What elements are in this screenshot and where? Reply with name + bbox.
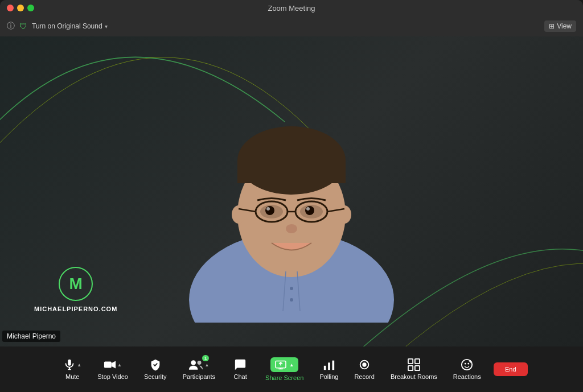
svg-point-18 (286, 224, 297, 233)
bottom-toolbar: ▲ Mute ▲ Stop Video Security (0, 346, 583, 392)
svg-point-21 (290, 287, 293, 290)
security-button[interactable]: Security (136, 355, 175, 383)
breakout-rooms-icon (408, 358, 420, 371)
svg-rect-26 (104, 362, 112, 368)
svg-point-9 (265, 206, 274, 215)
svg-point-5 (232, 205, 245, 224)
branding-overlay: M MICHAELPIPERNO.COM (34, 267, 117, 312)
toolbar-right: ⊞ View (544, 20, 576, 32)
grid-icon: ⊞ (549, 22, 555, 30)
mute-button[interactable]: ▲ Mute (55, 355, 89, 383)
close-button[interactable] (7, 5, 14, 11)
svg-rect-39 (415, 366, 420, 370)
mute-icon-row: ▲ (63, 358, 81, 371)
svg-point-28 (191, 360, 196, 365)
svg-point-29 (198, 361, 202, 365)
window-title: Zoom Meeting (268, 4, 315, 13)
minimize-button[interactable] (17, 5, 24, 11)
svg-point-22 (290, 298, 293, 302)
info-icon[interactable]: ⓘ (7, 21, 15, 31)
breakout-icon-row (408, 358, 420, 371)
record-dot-icon (358, 358, 371, 371)
video-background: M MICHAELPIPERNO.COM Michael Piperno (0, 36, 583, 346)
breakout-rooms-button[interactable]: Breakout Rooms (383, 355, 445, 383)
chat-label: Chat (233, 373, 247, 380)
view-label: View (557, 22, 572, 30)
view-button[interactable]: ⊞ View (544, 20, 576, 32)
participant-name: Michael Piperno (7, 332, 56, 340)
svg-point-6 (338, 205, 351, 224)
person-silhouette (178, 61, 405, 323)
brand-logo-circle: M (59, 267, 93, 301)
emoji-icon (461, 358, 473, 371)
svg-rect-4 (237, 160, 346, 183)
svg-rect-38 (408, 366, 413, 370)
brand-letter: M (69, 275, 83, 293)
svg-rect-36 (408, 359, 413, 364)
participants-icon-row: 1 ▲ (188, 358, 209, 371)
share-screen-label: Share Screen (265, 374, 303, 381)
participants-label: Participants (183, 373, 215, 380)
toolbar-left: ⓘ 🛡 Turn on Original Sound ▾ (7, 21, 108, 31)
mute-chevron-icon[interactable]: ▲ (77, 362, 81, 368)
svg-point-13 (305, 206, 314, 215)
svg-point-14 (306, 207, 310, 211)
polling-chart-icon (323, 358, 335, 371)
share-screen-button[interactable]: ▲ Share Screen (257, 354, 311, 385)
share-screen-active-bg: ▲ (270, 357, 298, 372)
security-shield-icon (149, 358, 162, 371)
share-chevron-icon[interactable]: ▲ (289, 362, 294, 368)
traffic-lights[interactable] (7, 5, 34, 11)
microphone-icon (63, 358, 76, 371)
shield-verified-icon: 🛡 (19, 22, 27, 31)
reactions-icon-row (461, 358, 473, 371)
end-button[interactable]: End (494, 362, 528, 376)
svg-rect-37 (415, 359, 420, 364)
svg-rect-31 (324, 366, 326, 370)
breakout-rooms-label: Breakout Rooms (391, 373, 437, 380)
maximize-button[interactable] (27, 5, 34, 11)
participants-button[interactable]: 1 ▲ Participants (175, 355, 223, 383)
video-area: M MICHAELPIPERNO.COM Michael Piperno (0, 36, 583, 346)
participants-icon: 1 (188, 358, 203, 371)
polling-icon-row (323, 358, 335, 371)
stop-video-label: Stop Video (97, 373, 128, 380)
reactions-button[interactable]: Reactions (445, 355, 489, 383)
security-icon-row (149, 358, 162, 371)
end-label: End (505, 366, 516, 373)
stop-video-icon-row: ▲ (104, 358, 122, 371)
svg-point-35 (362, 362, 366, 366)
camera-icon (104, 358, 116, 371)
stop-video-button[interactable]: ▲ Stop Video (89, 355, 136, 383)
record-icon-row (358, 358, 371, 371)
polling-label: Polling (319, 373, 338, 380)
polling-button[interactable]: Polling (311, 355, 346, 383)
sound-label: Turn on Original Sound (32, 22, 102, 30)
mute-label: Mute (65, 373, 79, 380)
chat-button[interactable]: Chat (223, 355, 257, 383)
svg-rect-23 (68, 360, 72, 366)
original-sound-button[interactable]: Turn on Original Sound ▾ (32, 22, 108, 30)
participants-badge: 1 (202, 355, 209, 361)
security-label: Security (144, 373, 167, 380)
participants-chevron-icon[interactable]: ▲ (204, 362, 209, 368)
brand-url: MICHAELPIPERNO.COM (34, 306, 117, 312)
svg-point-42 (468, 363, 470, 365)
svg-rect-33 (332, 361, 334, 370)
chevron-down-icon: ▾ (105, 23, 108, 30)
record-label: Record (354, 373, 374, 380)
chat-icon-row (234, 358, 247, 371)
record-button[interactable]: Record (346, 355, 382, 383)
chat-bubble-icon (234, 358, 247, 371)
participant-name-tag: Michael Piperno (2, 331, 60, 342)
top-toolbar: ⓘ 🛡 Turn on Original Sound ▾ ⊞ View (0, 16, 583, 36)
svg-point-10 (266, 207, 270, 211)
svg-marker-27 (112, 361, 116, 369)
svg-point-41 (465, 363, 466, 365)
reactions-label: Reactions (453, 373, 481, 380)
svg-rect-32 (328, 362, 330, 370)
title-bar: Zoom Meeting (0, 0, 583, 16)
share-screen-icon (275, 360, 286, 370)
video-chevron-icon[interactable]: ▲ (117, 362, 122, 368)
